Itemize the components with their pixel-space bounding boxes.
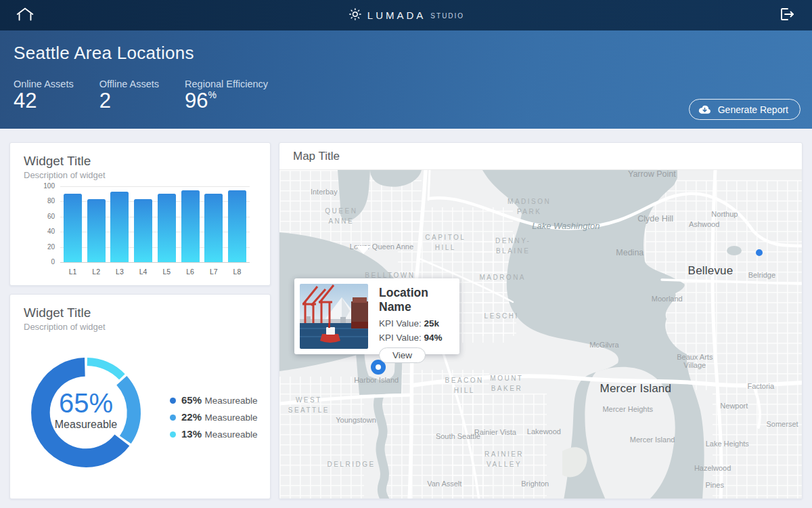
x-tick-label: L6 xyxy=(181,268,200,276)
brand-suffix: STUDIO xyxy=(430,12,464,20)
lumada-logo: LUMADA STUDIO xyxy=(348,7,464,24)
bar-L3 xyxy=(110,192,129,262)
widget-title: Widget Title xyxy=(24,154,270,169)
location-popup: Location Name KPI Value: 25k KPI Value: … xyxy=(294,278,459,354)
bars xyxy=(60,186,250,262)
lumada-sun-icon xyxy=(348,7,363,24)
legend-dot xyxy=(170,431,176,438)
map-canvas[interactable]: InterbayQUEEN ANNELower Queen AnneBELLTO… xyxy=(279,170,803,499)
x-tick-label: L2 xyxy=(87,268,106,276)
popup-location-name: Location Name xyxy=(379,286,454,314)
stat-online-assets: Online Assets 42 xyxy=(14,79,74,112)
home-button[interactable] xyxy=(14,6,37,25)
y-tick-label: 40 xyxy=(47,228,55,235)
generate-report-label: Generate Report xyxy=(718,104,788,115)
logout-icon xyxy=(778,6,796,25)
stat-label: Offline Assets xyxy=(99,79,159,89)
map-widget: Map Title xyxy=(279,142,803,499)
bar-L8 xyxy=(228,190,246,262)
stat-regional-efficiency: Regional Efficiency 96% xyxy=(185,79,268,112)
x-axis-labels: L1L2L3L4L5L6L7L8 xyxy=(60,268,250,276)
bar-L7 xyxy=(204,194,223,262)
y-tick-label: 0 xyxy=(51,258,55,266)
widget-description: Description of widget xyxy=(24,170,270,180)
y-tick-label: 80 xyxy=(47,197,55,205)
map-header: Map Title xyxy=(279,143,802,170)
legend-item: 13% Measureable xyxy=(170,428,258,440)
legend-item: 65% Measureable xyxy=(170,394,258,406)
gridline xyxy=(60,262,250,263)
bar-chart-widget: Widget Title Description of widget 02040… xyxy=(9,142,271,286)
stat-unit: % xyxy=(208,89,217,100)
generate-report-button[interactable]: Generate Report xyxy=(689,99,800,120)
x-tick-label: L1 xyxy=(64,268,82,276)
donut-segment-13 xyxy=(87,362,122,377)
location-photo xyxy=(300,284,368,349)
bar-chart: 020406080100 xyxy=(60,186,250,262)
legend-dot xyxy=(170,398,176,404)
donut-legend: 65% Measureable 22% Measureable 13% Meas… xyxy=(170,394,258,445)
stat-label: Regional Efficiency xyxy=(185,79,268,89)
cloud-download-icon xyxy=(698,104,712,115)
home-icon xyxy=(15,6,35,25)
bar-L1 xyxy=(64,194,82,262)
top-navbar: LUMADA STUDIO xyxy=(0,0,812,30)
popup-pointer xyxy=(356,246,371,254)
x-tick-label: L7 xyxy=(204,268,223,276)
legend-dot xyxy=(170,415,176,421)
stat-value: 96% xyxy=(185,90,268,112)
donut-chart xyxy=(24,350,148,475)
stat-label: Online Assets xyxy=(14,79,74,89)
bar-L6 xyxy=(181,190,200,262)
bar-L4 xyxy=(134,199,152,262)
stat-value: 42 xyxy=(14,90,74,112)
donut-chart-widget: Widget Title Description of widget 65% M… xyxy=(9,294,271,499)
popup-kpi-2: KPI Value: 94% xyxy=(379,333,454,343)
x-tick-label: L8 xyxy=(228,268,246,276)
donut-segment-65 xyxy=(41,367,122,458)
bar-L5 xyxy=(158,194,176,262)
brand-name: LUMADA xyxy=(367,9,426,21)
legend-item: 22% Measureable xyxy=(170,411,258,423)
stat-value: 2 xyxy=(99,90,159,112)
y-tick-label: 100 xyxy=(43,182,55,190)
x-tick-label: L5 xyxy=(158,268,176,276)
page-header: Seattle Area Locations Online Assets 42 … xyxy=(0,30,812,129)
x-tick-label: L4 xyxy=(134,268,152,276)
stat-offline-assets: Offline Assets 2 xyxy=(99,79,159,112)
widget-title: Widget Title xyxy=(24,305,270,320)
donut-segment-22 xyxy=(122,381,134,440)
map-title: Map Title xyxy=(293,150,340,163)
popup-kpi-1: KPI Value: 25k xyxy=(379,318,454,329)
widget-description: Description of widget xyxy=(24,322,270,332)
x-tick-label: L3 xyxy=(110,268,129,276)
y-tick-label: 60 xyxy=(47,213,55,220)
map-marker-ring[interactable] xyxy=(756,249,763,256)
bar-L2 xyxy=(87,199,106,262)
logout-button[interactable] xyxy=(775,6,798,25)
y-tick-label: 20 xyxy=(47,243,55,251)
page-title: Seattle Area Locations xyxy=(14,43,798,64)
view-button[interactable]: View xyxy=(379,347,426,363)
stats-row: Online Assets 42 Offline Assets 2 Region… xyxy=(14,79,798,112)
y-axis-labels: 020406080100 xyxy=(28,186,55,262)
